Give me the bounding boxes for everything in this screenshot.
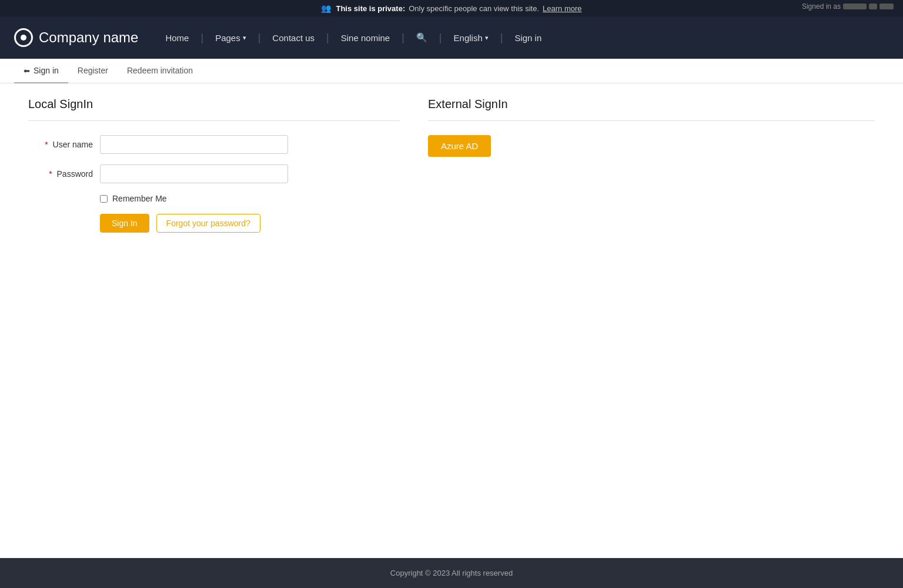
signed-in-bar: Signed in as — [802, 2, 894, 11]
nav-sep-4: | — [398, 32, 408, 44]
local-signin-section: Local SignIn * User name * Password Reme… — [14, 98, 414, 544]
local-signin-divider — [28, 120, 400, 121]
nav-search-button[interactable]: 🔍 — [408, 28, 436, 48]
privacy-icon: 👥 — [321, 4, 331, 13]
nav-pages[interactable]: Pages ▾ — [207, 28, 255, 48]
footer: Copyright © 2023 All rights reserved — [0, 558, 903, 588]
signin-button[interactable]: Sign In — [100, 214, 149, 233]
tab-redeem[interactable]: Redeem invitation — [118, 59, 202, 83]
chevron-down-icon: ▾ — [243, 34, 246, 42]
remember-me-label[interactable]: Remember Me — [112, 194, 167, 203]
nav-home[interactable]: Home — [157, 28, 197, 48]
local-signin-title: Local SignIn — [28, 98, 400, 111]
nav-english[interactable]: English ▾ — [446, 28, 497, 48]
brand-icon — [14, 28, 33, 47]
password-input[interactable] — [100, 164, 288, 183]
external-signin-divider — [428, 120, 875, 121]
signed-in-name-redacted2 — [869, 4, 877, 9]
nav-sine-nomine[interactable]: Sine nomine — [333, 28, 398, 48]
nav-sep-5: | — [436, 32, 446, 44]
signed-in-name-redacted — [843, 4, 867, 9]
nav-sep-3: | — [323, 32, 333, 44]
brand-link[interactable]: Company name — [14, 28, 138, 47]
username-group: * User name — [28, 135, 400, 154]
username-required-star: * — [45, 140, 48, 149]
chevron-down-icon-english: ▾ — [485, 34, 489, 42]
external-signin-section: External SignIn Azure AD — [414, 98, 889, 544]
remember-me-row: Remember Me — [100, 194, 400, 203]
signin-icon: ⬅ — [24, 66, 30, 75]
learn-more-link[interactable]: Learn more — [543, 4, 581, 13]
actions-row: Sign In Forgot your password? — [100, 214, 400, 233]
search-icon: 🔍 — [416, 32, 427, 43]
privacy-bold-text: This site is private: — [336, 4, 405, 13]
nav-contact[interactable]: Contact us — [264, 28, 323, 48]
nav-signin[interactable]: Sign in — [506, 28, 550, 48]
password-label: * Password — [28, 169, 93, 179]
privacy-banner: 👥 This site is private: Only specific pe… — [0, 0, 903, 16]
tabs-bar: ⬅ Sign in Register Redeem invitation — [0, 59, 903, 83]
password-required-star: * — [49, 169, 52, 179]
navbar: Company name Home | Pages ▾ | Contact us… — [0, 16, 903, 59]
password-group: * Password — [28, 164, 400, 183]
brand-icon-inner — [21, 35, 26, 41]
signed-in-name-redacted3 — [879, 4, 894, 9]
tab-signin[interactable]: ⬅ Sign in — [14, 59, 68, 83]
username-label: * User name — [28, 140, 93, 149]
signed-in-label: Signed in as — [802, 2, 841, 11]
nav-sep-1: | — [197, 32, 207, 44]
tab-register[interactable]: Register — [68, 59, 118, 83]
forgot-password-button[interactable]: Forgot your password? — [156, 214, 260, 233]
username-input[interactable] — [100, 135, 288, 154]
external-signin-title: External SignIn — [428, 98, 875, 111]
navbar-nav: Home | Pages ▾ | Contact us | Sine nomin… — [157, 28, 889, 48]
privacy-detail-text: Only specific people can view this site. — [409, 4, 539, 13]
remember-me-checkbox[interactable] — [100, 195, 108, 203]
footer-text: Copyright © 2023 All rights reserved — [390, 569, 513, 577]
nav-sep-6: | — [497, 32, 507, 44]
azure-ad-button[interactable]: Azure AD — [428, 135, 491, 157]
brand-name: Company name — [39, 29, 138, 46]
main-content: Local SignIn * User name * Password Reme… — [0, 83, 903, 558]
nav-sep-2: | — [255, 32, 265, 44]
